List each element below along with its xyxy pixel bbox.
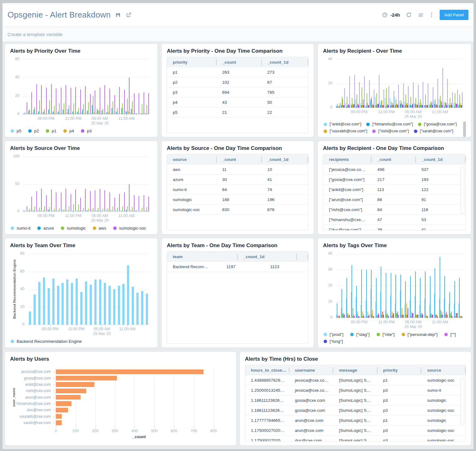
legend-item[interactable]: sumo-it <box>11 226 30 231</box>
bar <box>45 113 46 114</box>
column-header[interactable] <box>297 252 308 262</box>
bar <box>103 109 103 114</box>
bar <box>106 112 106 114</box>
bar <box>55 113 56 114</box>
column-header[interactable]: team <box>167 252 238 262</box>
legend-item[interactable]: [""] <box>444 332 456 337</box>
bar <box>54 106 55 114</box>
legend-item[interactable]: ["long"] <box>324 339 343 344</box>
table-scrollbar-thumb[interactable] <box>460 167 465 214</box>
filter-sliders-icon[interactable] <box>418 12 424 18</box>
column-header[interactable]: hours_to_close… <box>245 365 289 375</box>
bar <box>66 85 66 114</box>
table-row: p1263273 <box>167 67 308 77</box>
column-header[interactable]: _count_1d <box>262 154 309 165</box>
table-cell: 496 <box>372 165 416 174</box>
column-header[interactable]: _count_1d <box>416 154 466 165</box>
gridline <box>336 286 463 286</box>
legend-item[interactable]: ["himanshu@cxe.com"] <box>366 122 413 126</box>
legend-item[interactable]: p4 <box>63 129 74 133</box>
bar <box>34 206 35 211</box>
legend-item[interactable]: p5 <box>11 129 21 133</box>
save-icon[interactable] <box>115 12 121 18</box>
column-header[interactable]: _count_1d <box>238 252 297 262</box>
template-variable-bar[interactable]: Create a template variable <box>3 27 473 42</box>
add-panel-button[interactable]: Add Panel <box>440 10 468 20</box>
table-scrollbar-thumb[interactable] <box>460 377 465 424</box>
table-cell: 41 <box>416 225 466 231</box>
legend-item[interactable]: Backend Recommendation Engine <box>11 339 82 344</box>
refresh-icon[interactable] <box>406 12 412 18</box>
bar <box>49 100 50 114</box>
column-header[interactable]: _count <box>217 154 262 165</box>
clock-icon <box>382 12 388 18</box>
create-template-variable-label[interactable]: Create a template variable <box>8 32 63 37</box>
x-tick-label: 0 <box>46 429 65 433</box>
legend-item[interactable]: ["sarah@cxe.com"] <box>414 129 453 133</box>
column-header[interactable]: _count <box>372 154 416 165</box>
table-row: 1.18611123826…gosia@cxe.com[SumoLogic] S… <box>245 395 466 406</box>
column-header[interactable]: _count_1d <box>262 57 309 67</box>
y-tick-mark <box>53 423 55 423</box>
time-range-control[interactable]: -24h <box>382 12 400 18</box>
legend-item[interactable]: ["ankit@cxe.com"] <box>324 122 361 126</box>
legend-item[interactable]: ["gosia@cxe.com"] <box>418 122 457 126</box>
panel-title: Alerts by Tags Over Time <box>323 242 466 249</box>
gridline <box>135 369 135 426</box>
bar <box>344 88 345 108</box>
legend-item[interactable]: ["stag"] <box>350 332 370 337</box>
legend-item[interactable]: ["personal-dep"] <box>402 332 438 337</box>
y-tick-label: 20 <box>323 283 332 288</box>
bar <box>403 315 404 318</box>
bar <box>58 111 59 114</box>
table-cell: jessica@cxe.co… <box>289 375 334 385</box>
legend-item[interactable]: azure <box>37 226 54 231</box>
column-header[interactable]: message <box>333 365 378 375</box>
table-row: p3694785 <box>167 88 308 98</box>
bar <box>133 211 134 211</box>
column-header[interactable]: username <box>289 365 334 375</box>
legend-item[interactable]: ["sourabh@cxe.com"] <box>324 129 367 133</box>
bar <box>422 315 423 318</box>
bar <box>108 105 108 114</box>
legend-item[interactable]: p3 <box>81 129 92 133</box>
legend-item[interactable]: p1 <box>46 129 56 133</box>
legend-scrollbar-thumb[interactable] <box>463 121 466 137</box>
panel-title: Alerts by Priority - One Day Time Compar… <box>167 48 309 54</box>
table-cell: ["rishi@cxe.com"] <box>323 205 372 215</box>
legend-item[interactable]: ["nite"] <box>377 332 395 337</box>
bar <box>23 113 24 114</box>
table-cell: p5 <box>167 108 217 117</box>
panel-alerts-by-recipient-over-time: Alerts by Recipient - Over Time 0204005:… <box>318 44 471 137</box>
y-tick-label: 20 <box>323 81 332 85</box>
category-label: rishi@cxe.com <box>10 389 51 393</box>
legend-item[interactable]: sumologic-soc <box>113 226 146 231</box>
table-row: 1.43888857629…jessica@cxe.co…[SumoLogic]… <box>245 375 466 385</box>
bar <box>38 111 39 114</box>
category-label: duc@cxe.com <box>10 408 51 412</box>
legend-dot-icon <box>372 130 376 133</box>
bar <box>398 315 399 318</box>
bar <box>107 211 107 211</box>
column-header[interactable]: source <box>167 154 217 165</box>
bar <box>56 401 71 406</box>
bar <box>43 278 45 325</box>
column-header[interactable]: source <box>421 365 466 375</box>
legend-item[interactable]: ["rishi@cxe.com"] <box>372 129 409 133</box>
legend-item[interactable]: ["prod"] <box>324 332 343 337</box>
column-header[interactable]: recipients <box>323 154 372 165</box>
chart-legend: sumo-itazuresumologicawssumologic-soc <box>10 223 152 231</box>
column-header[interactable]: _count <box>217 57 262 67</box>
share-icon[interactable] <box>126 12 132 18</box>
legend-item[interactable]: aws <box>93 226 106 231</box>
table-cell: 67 <box>262 77 309 87</box>
bar <box>48 210 49 211</box>
legend-item[interactable]: p2 <box>28 129 39 133</box>
bar <box>56 369 204 374</box>
gridline <box>174 369 174 426</box>
column-header[interactable]: priority <box>167 57 217 67</box>
legend-item[interactable]: sumologic <box>61 226 86 231</box>
more-options-icon[interactable] <box>430 12 434 18</box>
bar <box>135 210 135 212</box>
column-header[interactable]: priority <box>378 365 422 375</box>
